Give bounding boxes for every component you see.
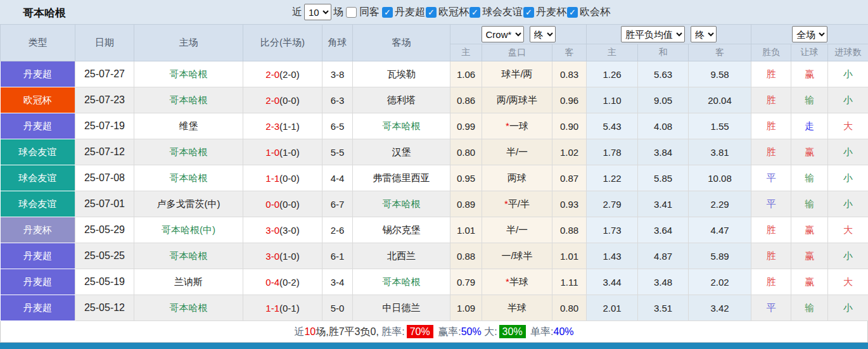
league-filter: 球会友谊 <box>469 6 523 19</box>
home-team-link[interactable]: 维堡 <box>134 113 243 139</box>
single-rate-label: 单率: <box>530 326 553 337</box>
filter-controls: 近 10 场 同客 丹麦超 欧冠杯 球会友谊 丹麦杯 欧会杯 <box>290 3 610 21</box>
summary-record: 场,胜7平3负0, <box>316 326 381 337</box>
away-team-link[interactable]: 哥本哈根 <box>353 191 450 217</box>
halftime-score: (1-1) <box>279 121 300 132</box>
result-handicap: 赢 <box>791 139 828 165</box>
result-handicap: 输 <box>791 87 828 113</box>
subcol-result-handicap: 让球 <box>791 44 828 61</box>
avg-away-odds: 3.42 <box>689 295 751 321</box>
handicap-line: 一/球半 <box>482 243 552 269</box>
fulltime-score: 2-0 <box>265 69 279 80</box>
matches-tbody: 丹麦超 25-07-27 哥本哈根 2-0(2-0) 3-8 瓦埃勒 1.06 … <box>1 61 868 321</box>
top-bar: 哥本哈根 近 10 场 同客 丹麦超 欧冠杯 球会友谊 丹麦杯 欧会杯 <box>0 0 868 24</box>
avg-time-select[interactable]: 终 <box>691 26 717 42</box>
subcol-result-wdl: 胜负 <box>751 44 791 61</box>
avg-away-odds: 2.29 <box>689 191 751 217</box>
scope-group-header: 全场 <box>751 25 868 44</box>
home-team-link[interactable]: 哥本哈根(中) <box>134 217 243 243</box>
avg-away-odds: 5.89 <box>689 243 751 269</box>
home-team-link[interactable]: 哥本哈根 <box>134 243 243 269</box>
match-type-badge: 丹麦超 <box>1 113 75 139</box>
league-checkbox-ouguanbei[interactable] <box>426 7 437 18</box>
recent-count-select[interactable]: 10 <box>304 4 331 20</box>
subcol-avg-draw: 和 <box>638 44 689 61</box>
league-filter: 欧冠杯 <box>425 6 469 19</box>
match-date: 25-07-19 <box>75 113 134 139</box>
score-cell: 1-1(0-0) <box>243 165 322 191</box>
result-wdl: 胜 <box>751 269 791 295</box>
col-header-date: 日期 <box>75 25 134 61</box>
handicap-away-odds: 1.01 <box>552 243 587 269</box>
fulltime-score: 2-3 <box>265 121 279 132</box>
home-team-link[interactable]: 哥本哈根 <box>134 139 243 165</box>
avg-draw-odds: 3.84 <box>638 139 689 165</box>
league-filter: 丹麦杯 <box>523 6 566 19</box>
same-venue-checkbox[interactable] <box>346 7 357 18</box>
away-team-link[interactable]: 北西兰 <box>353 243 450 269</box>
halftime-score: (1-0) <box>279 147 300 158</box>
halftime-score: (2-0) <box>279 69 300 80</box>
handicap-away-odds: 1.11 <box>552 269 587 295</box>
match-date: 25-07-01 <box>75 191 134 217</box>
away-team-link[interactable]: 德利塔 <box>353 87 450 113</box>
away-team-link[interactable]: 哥本哈根 <box>353 113 450 139</box>
table-row: 球会友谊 25-07-12 哥本哈根 1-0(1-0) 5-5 汉堡 0.80 … <box>1 139 868 165</box>
table-row: 丹麦超 25-05-19 兰讷斯 0-4(0-2) 3-4 哥本哈根 0.79 … <box>1 269 868 295</box>
result-wdl: 平 <box>751 191 791 217</box>
away-team-link[interactable]: 锡尔克堡 <box>353 217 450 243</box>
result-handicap: 输 <box>791 165 828 191</box>
halftime-score: (1-0) <box>279 251 300 262</box>
league-label: 欧会杯 <box>578 6 610 19</box>
home-team-link[interactable]: 哥本哈根 <box>134 87 243 113</box>
odds-time-select[interactable]: 终 <box>530 26 556 42</box>
avg-away-odds: 1.55 <box>689 113 751 139</box>
league-checkbox-qiuhuiyouyi[interactable] <box>469 7 480 18</box>
corner-count: 3-8 <box>322 61 353 87</box>
result-wdl: 胜 <box>751 139 791 165</box>
col-header-corner: 角球 <box>322 25 353 61</box>
league-label: 球会友谊 <box>481 6 523 19</box>
away-team-link[interactable]: 哥本哈根 <box>353 269 450 295</box>
match-date: 25-07-12 <box>75 139 134 165</box>
fulltime-score: 3-0 <box>265 225 279 236</box>
handicap-away-odds: 0.93 <box>552 191 587 217</box>
fulltime-score: 1-0 <box>265 147 279 158</box>
score-cell: 0-0(0-0) <box>243 191 322 217</box>
scope-select[interactable]: 全场 <box>792 26 827 42</box>
score-cell: 1-0(1-0) <box>243 139 322 165</box>
halftime-score: (0-0) <box>279 173 300 184</box>
away-team-link[interactable]: 弗雷德里西亚 <box>353 165 450 191</box>
avg-away-odds: 20.04 <box>689 87 751 113</box>
match-date: 25-07-27 <box>75 61 134 87</box>
handicap-home-odds: 0.88 <box>450 243 482 269</box>
table-row: 丹麦超 25-05-25 哥本哈根 3-0(1-0) 6-1 北西兰 0.88 … <box>1 243 868 269</box>
avg-home-odds: 2.79 <box>587 191 638 217</box>
odds-provider-select[interactable]: Crow* <box>482 26 524 42</box>
home-team-link[interactable]: 哥本哈根 <box>134 295 243 321</box>
avg-type-select[interactable]: 胜平负均值 <box>621 26 685 42</box>
single-rate-value: 40% <box>554 326 574 337</box>
avg-group-header: 胜平负均值 终 <box>587 25 751 44</box>
avg-home-odds: 1.78 <box>587 139 638 165</box>
home-team-link[interactable]: 卢多戈雷茨(中) <box>134 191 243 217</box>
away-team-link[interactable]: 中日德兰 <box>353 295 450 321</box>
league-label: 欧冠杯 <box>437 6 469 19</box>
same-venue-label: 同客 <box>357 6 381 19</box>
league-checkbox-danmaichao[interactable] <box>382 7 393 18</box>
table-row: 丹麦杯 25-05-29 哥本哈根(中) 3-0(3-0) 2-6 锡尔克堡 1… <box>1 217 868 243</box>
home-team-link[interactable]: 哥本哈根 <box>134 165 243 191</box>
home-team-link[interactable]: 哥本哈根 <box>134 61 243 87</box>
big-rate-label: 大: <box>484 326 497 337</box>
home-team-link[interactable]: 兰讷斯 <box>134 269 243 295</box>
league-checkbox-danmaibei[interactable] <box>523 7 534 18</box>
page-title: 哥本哈根 <box>23 6 66 20</box>
big-rate-badge: 30% <box>499 325 526 338</box>
result-goals: 小 <box>828 87 868 113</box>
table-row: 丹麦超 25-07-27 哥本哈根 2-0(2-0) 3-8 瓦埃勒 1.06 … <box>1 61 868 87</box>
away-team-link[interactable]: 汉堡 <box>353 139 450 165</box>
league-checkbox-ouhuibei[interactable] <box>567 7 578 18</box>
away-team-link[interactable]: 瓦埃勒 <box>353 61 450 87</box>
result-wdl: 胜 <box>751 113 791 139</box>
match-date: 25-05-12 <box>75 295 134 321</box>
